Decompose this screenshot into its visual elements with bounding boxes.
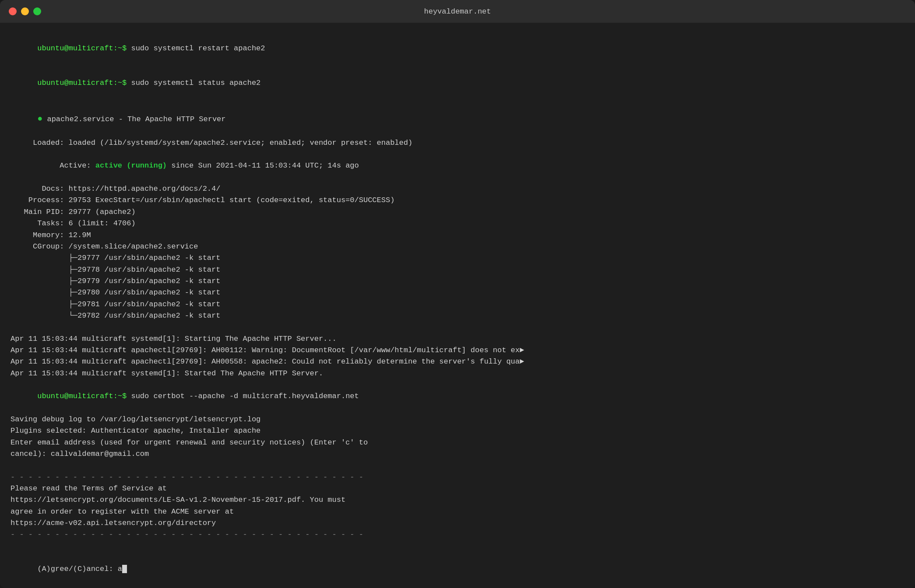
terminal-line: - - - - - - - - - - - - - - - - - - - - …: [11, 529, 904, 540]
terminal-line: Tasks: 6 (limit: 4706): [11, 218, 904, 229]
terminal-line: ubuntu@multicraft:~$ sudo systemctl rest…: [11, 32, 904, 66]
titlebar: heyvaldemar.net: [0, 0, 915, 23]
terminal-line: Plugins selected: Authenticator apache, …: [11, 425, 904, 437]
terminal-line: Apr 11 15:03:44 multicraft apachectl[297…: [11, 345, 904, 356]
terminal-line: cancel): callvaldemar@gmail.com: [11, 448, 904, 460]
window-title: heyvaldemar.net: [424, 7, 491, 16]
terminal-line: Please read the Terms of Service at: [11, 483, 904, 494]
prompt: ubuntu@multicraft:~$: [37, 44, 127, 52]
active-label: Active:: [37, 161, 95, 170]
traffic-lights: [9, 7, 41, 15]
empty-line: [11, 541, 904, 552]
terminal-line: Main PID: 29777 (apache2): [11, 206, 904, 218]
terminal-line: ubuntu@multicraft:~$ sudo certbot --apac…: [11, 379, 904, 414]
terminal-line: Memory: 12.9M: [11, 230, 904, 241]
terminal-line: ├─29780 /usr/sbin/apache2 -k start: [11, 287, 904, 298]
terminal-line: https://acme-v02.api.letsencrypt.org/dir…: [11, 518, 904, 529]
prompt: ubuntu@multicraft:~$: [37, 79, 127, 87]
cursor: [122, 565, 127, 573]
terminal-line: ubuntu@multicraft:~$ sudo systemctl stat…: [11, 66, 904, 101]
terminal-line: ├─29778 /usr/sbin/apache2 -k start: [11, 264, 904, 276]
close-button[interactable]: [9, 7, 17, 15]
terminal-line: ├─29779 /usr/sbin/apache2 -k start: [11, 276, 904, 287]
terminal-line: CGroup: /system.slice/apache2.service: [11, 241, 904, 252]
terminal-line: Apr 11 15:03:44 multicraft apachectl[297…: [11, 356, 904, 368]
maximize-button[interactable]: [33, 7, 41, 15]
terminal-line: Active: active (running) since Sun 2021-…: [11, 149, 904, 183]
terminal-line: ● apache2.service - The Apache HTTP Serv…: [11, 101, 904, 137]
terminal-line: Enter email address (used for urgent ren…: [11, 437, 904, 448]
command-text: sudo certbot --apache -d multicraft.heyv…: [127, 392, 359, 400]
prompt: ubuntu@multicraft:~$: [37, 392, 127, 400]
terminal-line: Apr 11 15:03:44 multicraft systemd[1]: S…: [11, 368, 904, 379]
terminal-line: Process: 29753 ExecStart=/usr/sbin/apach…: [11, 195, 904, 206]
empty-line: [11, 460, 904, 471]
terminal-input-line: (A)gree/(C)ancel: a: [11, 552, 904, 587]
terminal-line: Saving debug log to /var/log/letsencrypt…: [11, 414, 904, 425]
status-dot: ●: [37, 114, 42, 124]
terminal-line: Loaded: loaded (/lib/systemd/system/apac…: [11, 137, 904, 149]
minimize-button[interactable]: [21, 7, 29, 15]
terminal-line: https://letsencrypt.org/documents/LE-SA-…: [11, 494, 904, 506]
active-detail: since Sun 2021-04-11 15:03:44 UTC; 14s a…: [167, 161, 359, 170]
active-status: active (running): [95, 161, 167, 170]
terminal-line: ├─29777 /usr/sbin/apache2 -k start: [11, 252, 904, 264]
terminal-line: ├─29781 /usr/sbin/apache2 -k start: [11, 299, 904, 310]
terminal-line: Apr 11 15:03:44 multicraft systemd[1]: S…: [11, 333, 904, 345]
input-prompt: (A)gree/(C)ancel:: [37, 565, 118, 573]
terminal-line: └─29782 /usr/sbin/apache2 -k start: [11, 310, 904, 322]
terminal-body[interactable]: ubuntu@multicraft:~$ sudo systemctl rest…: [0, 23, 915, 588]
command-text: sudo systemctl status apache2: [127, 79, 260, 87]
command-text: sudo systemctl restart apache2: [127, 44, 265, 52]
terminal-window: heyvaldemar.net ubuntu@multicraft:~$ sud…: [0, 0, 915, 588]
terminal-line: - - - - - - - - - - - - - - - - - - - - …: [11, 472, 904, 483]
terminal-line: Docs: https://httpd.apache.org/docs/2.4/: [11, 183, 904, 195]
terminal-line: agree in order to register with the ACME…: [11, 506, 904, 518]
service-name: apache2.service - The Apache HTTP Server: [42, 115, 225, 123]
empty-line: [11, 322, 904, 333]
input-value: a: [118, 565, 122, 573]
